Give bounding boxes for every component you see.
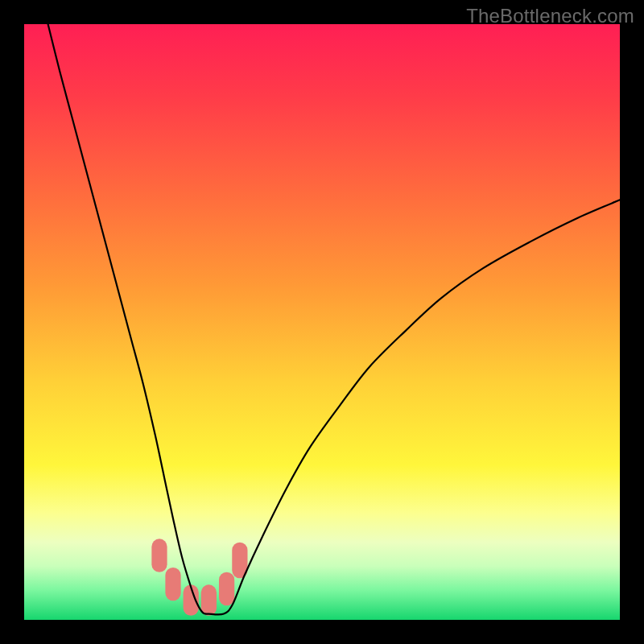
highlight-segment xyxy=(151,539,167,572)
plot-area xyxy=(24,24,620,620)
chart-svg xyxy=(24,24,620,620)
highlight-segment xyxy=(165,568,180,601)
bottleneck-curve xyxy=(48,24,620,615)
highlight-segment xyxy=(219,572,234,605)
chart-frame: TheBottleneck.com xyxy=(0,0,644,644)
highlight-segment xyxy=(201,584,217,615)
